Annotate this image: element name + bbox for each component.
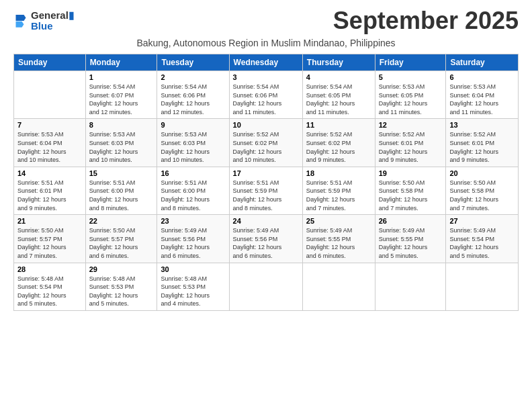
calendar-day-cell: 28Sunrise: 5:48 AM Sunset: 5:54 PM Dayli…	[14, 263, 86, 310]
day-info: Sunrise: 5:50 AM Sunset: 5:57 PM Dayligh…	[17, 226, 82, 260]
day-number: 5	[379, 73, 443, 81]
calendar-day-cell	[229, 263, 302, 310]
calendar-day-cell	[375, 263, 446, 310]
calendar-week-row: 14Sunrise: 5:51 AM Sunset: 6:01 PM Dayli…	[14, 167, 519, 214]
calendar-day-cell: 6Sunrise: 5:53 AM Sunset: 6:04 PM Daylig…	[446, 71, 519, 119]
day-number: 8	[89, 121, 154, 129]
calendar-day-cell: 11Sunrise: 5:52 AM Sunset: 6:02 PM Dayli…	[302, 119, 375, 167]
calendar-day-cell: 14Sunrise: 5:51 AM Sunset: 6:01 PM Dayli…	[14, 167, 86, 214]
calendar-day-cell: 2Sunrise: 5:54 AM Sunset: 6:06 PM Daylig…	[157, 71, 229, 119]
day-number: 18	[306, 169, 371, 177]
day-number: 21	[17, 217, 82, 225]
day-info: Sunrise: 5:52 AM Sunset: 6:01 PM Dayligh…	[379, 130, 443, 164]
weekday-header: Monday	[85, 54, 157, 71]
calendar-day-cell	[302, 263, 375, 310]
logo-text: General▮ Blue	[31, 9, 74, 32]
calendar-day-cell: 25Sunrise: 5:49 AM Sunset: 5:55 PM Dayli…	[302, 215, 375, 263]
calendar-week-row: 1Sunrise: 5:54 AM Sunset: 6:07 PM Daylig…	[14, 71, 519, 119]
subtitle: Bakung, Autonomous Region in Muslim Mind…	[13, 38, 519, 48]
weekday-header: Tuesday	[157, 54, 229, 71]
day-info: Sunrise: 5:51 AM Sunset: 5:59 PM Dayligh…	[233, 179, 299, 212]
day-info: Sunrise: 5:52 AM Sunset: 6:01 PM Dayligh…	[449, 130, 515, 164]
calendar-table: SundayMondayTuesdayWednesdayThursdayFrid…	[13, 54, 519, 311]
day-info: Sunrise: 5:50 AM Sunset: 5:58 PM Dayligh…	[379, 179, 443, 212]
calendar-day-cell: 17Sunrise: 5:51 AM Sunset: 5:59 PM Dayli…	[229, 167, 302, 214]
day-number: 22	[89, 217, 154, 225]
calendar-day-cell: 16Sunrise: 5:51 AM Sunset: 6:00 PM Dayli…	[157, 167, 229, 214]
weekday-header: Friday	[375, 54, 446, 71]
day-info: Sunrise: 5:54 AM Sunset: 6:05 PM Dayligh…	[306, 83, 371, 116]
day-info: Sunrise: 5:49 AM Sunset: 5:56 PM Dayligh…	[161, 226, 225, 260]
day-info: Sunrise: 5:51 AM Sunset: 6:00 PM Dayligh…	[89, 179, 154, 212]
day-number: 16	[161, 169, 225, 177]
weekday-header: Saturday	[446, 54, 519, 71]
weekday-header: Thursday	[302, 54, 375, 71]
day-number: 29	[89, 265, 154, 273]
calendar-day-cell: 8Sunrise: 5:53 AM Sunset: 6:03 PM Daylig…	[85, 119, 157, 167]
day-info: Sunrise: 5:51 AM Sunset: 5:59 PM Dayligh…	[306, 179, 371, 212]
calendar-day-cell: 20Sunrise: 5:50 AM Sunset: 5:58 PM Dayli…	[446, 167, 519, 214]
day-number: 2	[161, 73, 225, 81]
day-number: 7	[17, 121, 82, 129]
calendar-day-cell: 10Sunrise: 5:52 AM Sunset: 6:02 PM Dayli…	[229, 119, 302, 167]
month-title: September 2025	[333, 7, 519, 35]
calendar-day-cell: 27Sunrise: 5:49 AM Sunset: 5:54 PM Dayli…	[446, 215, 519, 263]
calendar-day-cell: 23Sunrise: 5:49 AM Sunset: 5:56 PM Dayli…	[157, 215, 229, 263]
day-info: Sunrise: 5:50 AM Sunset: 5:57 PM Dayligh…	[89, 226, 154, 260]
day-info: Sunrise: 5:53 AM Sunset: 6:03 PM Dayligh…	[89, 130, 154, 164]
page: General▮ Blue September 2025 Bakung, Aut…	[0, 0, 532, 318]
calendar-day-cell: 24Sunrise: 5:49 AM Sunset: 5:56 PM Dayli…	[229, 215, 302, 263]
day-info: Sunrise: 5:49 AM Sunset: 5:56 PM Dayligh…	[233, 226, 299, 260]
calendar-day-cell: 9Sunrise: 5:53 AM Sunset: 6:03 PM Daylig…	[157, 119, 229, 167]
day-number: 13	[449, 121, 515, 129]
day-number: 14	[17, 169, 82, 177]
header-row: General▮ Blue September 2025	[13, 7, 519, 35]
day-number: 9	[161, 121, 225, 129]
day-info: Sunrise: 5:53 AM Sunset: 6:03 PM Dayligh…	[161, 130, 225, 164]
day-number: 19	[379, 169, 443, 177]
day-info: Sunrise: 5:49 AM Sunset: 5:55 PM Dayligh…	[306, 226, 371, 260]
day-number: 25	[306, 217, 371, 225]
day-info: Sunrise: 5:52 AM Sunset: 6:02 PM Dayligh…	[233, 130, 299, 164]
day-number: 4	[306, 73, 371, 81]
calendar-day-cell: 26Sunrise: 5:49 AM Sunset: 5:55 PM Dayli…	[375, 215, 446, 263]
day-number: 3	[233, 73, 299, 81]
calendar-day-cell: 4Sunrise: 5:54 AM Sunset: 6:05 PM Daylig…	[302, 71, 375, 119]
calendar-day-cell: 22Sunrise: 5:50 AM Sunset: 5:57 PM Dayli…	[85, 215, 157, 263]
svg-marker-1	[16, 21, 24, 27]
calendar-day-cell: 30Sunrise: 5:48 AM Sunset: 5:53 PM Dayli…	[157, 263, 229, 310]
day-info: Sunrise: 5:53 AM Sunset: 6:04 PM Dayligh…	[449, 83, 515, 116]
calendar-day-cell	[14, 71, 86, 119]
logo-icon	[15, 13, 27, 28]
calendar-week-row: 21Sunrise: 5:50 AM Sunset: 5:57 PM Dayli…	[14, 215, 519, 263]
calendar-day-cell: 13Sunrise: 5:52 AM Sunset: 6:01 PM Dayli…	[446, 119, 519, 167]
day-number: 28	[17, 265, 82, 273]
calendar-week-row: 7Sunrise: 5:53 AM Sunset: 6:04 PM Daylig…	[14, 119, 519, 167]
day-info: Sunrise: 5:48 AM Sunset: 5:54 PM Dayligh…	[17, 275, 82, 308]
day-number: 23	[161, 217, 225, 225]
day-number: 17	[233, 169, 299, 177]
calendar-day-cell	[446, 263, 519, 310]
svg-marker-0	[16, 15, 26, 21]
day-info: Sunrise: 5:48 AM Sunset: 5:53 PM Dayligh…	[161, 275, 225, 308]
day-number: 20	[449, 169, 515, 177]
calendar-day-cell: 15Sunrise: 5:51 AM Sunset: 6:00 PM Dayli…	[85, 167, 157, 214]
day-info: Sunrise: 5:53 AM Sunset: 6:05 PM Dayligh…	[379, 83, 443, 116]
day-number: 26	[379, 217, 443, 225]
calendar-header: SundayMondayTuesdayWednesdayThursdayFrid…	[14, 54, 519, 71]
calendar-day-cell: 12Sunrise: 5:52 AM Sunset: 6:01 PM Dayli…	[375, 119, 446, 167]
calendar-day-cell: 29Sunrise: 5:48 AM Sunset: 5:53 PM Dayli…	[85, 263, 157, 310]
weekday-header: Wednesday	[229, 54, 302, 71]
day-info: Sunrise: 5:52 AM Sunset: 6:02 PM Dayligh…	[306, 130, 371, 164]
day-info: Sunrise: 5:51 AM Sunset: 6:00 PM Dayligh…	[161, 179, 225, 212]
calendar-day-cell: 1Sunrise: 5:54 AM Sunset: 6:07 PM Daylig…	[85, 71, 157, 119]
day-info: Sunrise: 5:49 AM Sunset: 5:54 PM Dayligh…	[449, 226, 515, 260]
logo: General▮ Blue	[13, 9, 74, 32]
day-info: Sunrise: 5:54 AM Sunset: 6:06 PM Dayligh…	[233, 83, 299, 116]
calendar-day-cell: 5Sunrise: 5:53 AM Sunset: 6:05 PM Daylig…	[375, 71, 446, 119]
day-info: Sunrise: 5:54 AM Sunset: 6:07 PM Dayligh…	[89, 83, 154, 116]
calendar-day-cell: 19Sunrise: 5:50 AM Sunset: 5:58 PM Dayli…	[375, 167, 446, 214]
calendar-day-cell: 3Sunrise: 5:54 AM Sunset: 6:06 PM Daylig…	[229, 71, 302, 119]
day-number: 30	[161, 265, 225, 273]
day-info: Sunrise: 5:54 AM Sunset: 6:06 PM Dayligh…	[161, 83, 225, 116]
